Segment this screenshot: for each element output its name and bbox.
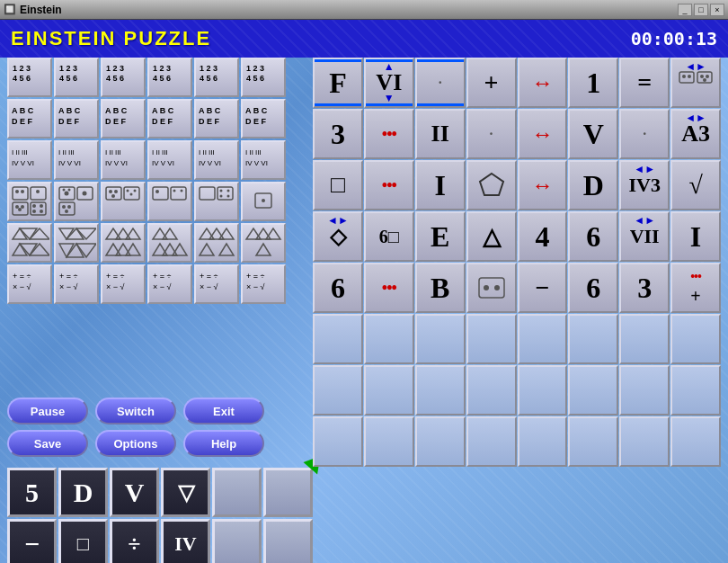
clue-cell[interactable]: I II IIIIV V VI <box>147 140 192 180</box>
puzzle-cell-r1c7[interactable]: = <box>619 58 670 108</box>
puzzle-cell-r5c7[interactable]: 3 <box>619 263 670 313</box>
clue-cell[interactable] <box>7 223 52 263</box>
puzzle-cell-r1c3[interactable]: · <box>415 58 466 108</box>
tile-IV[interactable]: IV <box>161 519 210 563</box>
puzzle-cell-empty[interactable] <box>619 365 670 416</box>
puzzle-cell-r4c2[interactable]: 6□ <box>364 211 414 262</box>
puzzle-cell-r4c6[interactable]: 6 <box>568 211 618 262</box>
clue-cell[interactable]: 1 2 34 5 6 <box>194 58 239 97</box>
puzzle-cell-r5c8[interactable]: ••• + <box>670 263 721 313</box>
puzzle-cell-empty[interactable] <box>313 365 363 416</box>
clue-cell[interactable]: A B CD E F <box>54 99 99 139</box>
puzzle-cell-empty[interactable] <box>415 365 466 416</box>
puzzle-cell-r5c6[interactable]: 6 <box>568 263 618 313</box>
close-button[interactable]: × <box>710 4 724 16</box>
clue-cell[interactable] <box>54 223 99 263</box>
puzzle-cell-r1c2[interactable]: ▲ VI ▼ <box>364 58 414 108</box>
clue-cell[interactable]: 1 2 34 5 6 <box>241 58 286 97</box>
puzzle-cell-empty[interactable] <box>518 365 568 416</box>
clue-cell[interactable] <box>147 223 192 263</box>
clue-cell[interactable]: I II IIIIV V VI <box>194 140 239 180</box>
puzzle-cell-empty[interactable] <box>568 416 618 467</box>
puzzle-cell-r2c3[interactable]: II <box>415 109 466 159</box>
clue-cell[interactable]: + = ÷ × − √ <box>101 264 146 304</box>
puzzle-cell-r2c8[interactable]: ◄► A3 <box>670 109 721 159</box>
puzzle-cell-r5c2[interactable]: ••• <box>364 263 414 313</box>
puzzle-cell-empty[interactable] <box>466 416 517 467</box>
clue-cell[interactable]: A B CD E F <box>194 99 239 139</box>
puzzle-cell-empty[interactable] <box>670 416 721 467</box>
tile-V[interactable]: V <box>110 468 159 517</box>
tile-empty-2[interactable] <box>263 468 313 517</box>
puzzle-cell-r3c3[interactable]: I <box>415 160 466 210</box>
puzzle-cell-empty[interactable] <box>568 365 618 416</box>
maximize-button[interactable]: □ <box>694 4 708 16</box>
puzzle-cell-r4c4[interactable]: △ <box>466 211 517 262</box>
clue-cell[interactable] <box>241 182 286 221</box>
tile-D[interactable]: D <box>58 468 108 517</box>
puzzle-cell-r2c6[interactable]: V <box>568 109 618 159</box>
tile-down-triangle[interactable]: ▽ <box>161 468 210 517</box>
clue-cell[interactable]: A B CD E F <box>7 99 52 139</box>
clue-cell[interactable]: + = ÷ × − √ <box>7 264 52 304</box>
tile-empty-3[interactable] <box>212 519 262 563</box>
clue-cell[interactable]: 1 2 34 5 6 <box>54 58 99 97</box>
puzzle-cell-r3c1[interactable]: □ <box>313 160 363 210</box>
puzzle-cell-r1c6[interactable]: 1 <box>568 58 618 108</box>
clue-cell[interactable] <box>7 182 52 221</box>
puzzle-cell-empty[interactable] <box>670 314 721 364</box>
clue-cell[interactable]: + = ÷ × − √ <box>147 264 192 304</box>
puzzle-cell-r3c6[interactable]: D <box>568 160 618 210</box>
clue-cell[interactable]: I II IIIIV V VI <box>101 140 146 180</box>
help-button[interactable]: Help <box>183 430 264 457</box>
puzzle-cell-empty[interactable] <box>466 314 517 364</box>
clue-cell[interactable]: I II IIIIV V VI <box>54 140 99 180</box>
clue-cell[interactable]: 1 2 34 5 6 <box>147 58 192 97</box>
clue-cell[interactable]: + = ÷ × − √ <box>54 264 99 304</box>
clue-cell[interactable] <box>194 182 239 221</box>
clue-cell[interactable]: + = ÷ × − √ <box>241 264 286 304</box>
puzzle-cell-r4c1[interactable]: ◄► ◇ <box>313 211 363 262</box>
puzzle-cell-r2c7[interactable]: · <box>619 109 670 159</box>
clue-cell[interactable] <box>241 223 286 263</box>
puzzle-cell-r5c5[interactable]: − <box>518 263 568 313</box>
puzzle-cell-r2c2[interactable]: ••• <box>364 109 414 159</box>
puzzle-cell-empty[interactable] <box>313 416 363 467</box>
clue-cell[interactable]: I II IIIIV V VI <box>241 140 286 180</box>
puzzle-cell-r2c1[interactable]: 3 <box>313 109 363 159</box>
tile-5[interactable]: 5 <box>7 468 57 517</box>
puzzle-cell-empty[interactable] <box>415 314 466 364</box>
minimize-button[interactable]: _ <box>678 4 692 16</box>
puzzle-cell-empty[interactable] <box>518 314 568 364</box>
puzzle-cell-r3c7[interactable]: ◄► IV3 <box>619 160 670 210</box>
puzzle-cell-r5c4[interactable] <box>466 263 517 313</box>
puzzle-cell-empty[interactable] <box>619 314 670 364</box>
puzzle-cell-empty[interactable] <box>364 416 414 467</box>
clue-cell[interactable]: 1 2 34 5 6 <box>7 58 52 97</box>
clue-cell[interactable] <box>194 223 239 263</box>
clue-cell[interactable]: A B CD E F <box>241 99 286 139</box>
exit-button[interactable]: Exit <box>183 398 264 424</box>
puzzle-cell-r5c1[interactable]: 6 <box>313 263 363 313</box>
puzzle-cell-r4c5[interactable]: 4 <box>518 211 568 262</box>
clue-cell[interactable]: + = ÷ × − √ <box>194 264 239 304</box>
puzzle-cell-empty[interactable] <box>415 416 466 467</box>
clue-cell[interactable] <box>54 182 99 221</box>
puzzle-cell-empty[interactable] <box>568 314 618 364</box>
clue-cell[interactable]: A B CD E F <box>147 99 192 139</box>
puzzle-cell-r2c4[interactable]: · <box>466 109 517 159</box>
clue-cell[interactable]: I II IIIIV V VI <box>7 140 52 180</box>
puzzle-cell-r5c3[interactable]: B <box>415 263 466 313</box>
tile-empty-4[interactable] <box>263 519 313 563</box>
puzzle-cell-empty[interactable] <box>313 314 363 364</box>
puzzle-cell-empty[interactable] <box>364 365 414 416</box>
clue-cell[interactable]: 1 2 34 5 6 <box>101 58 146 97</box>
puzzle-cell-r4c3[interactable]: E <box>415 211 466 262</box>
clue-cell[interactable] <box>147 182 192 221</box>
puzzle-cell-r1c5[interactable]: ↔ <box>518 58 568 108</box>
puzzle-cell-r3c5[interactable]: ↔ <box>518 160 568 210</box>
puzzle-cell-empty[interactable] <box>619 416 670 467</box>
clue-cell[interactable]: A B CD E F <box>101 99 146 139</box>
puzzle-cell-r2c5[interactable]: ↔ <box>518 109 568 159</box>
puzzle-cell-r3c2[interactable]: ••• <box>364 160 414 210</box>
